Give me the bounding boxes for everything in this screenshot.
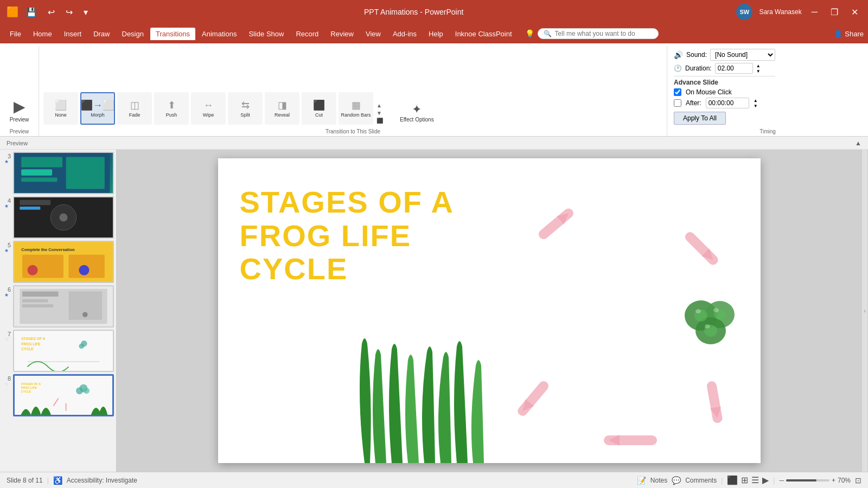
- slide-preview-3: [14, 153, 113, 193]
- slide-thumb-6[interactable]: [13, 285, 114, 328]
- view-reading-icon[interactable]: ☰: [751, 475, 759, 485]
- transition-morph[interactable]: ⬛→⬜ Morph: [80, 92, 115, 125]
- slide-item-6[interactable]: 6 ★: [2, 285, 114, 328]
- slide-star-4: ★: [4, 204, 9, 209]
- window-title-text: PPT Animations - PowerPoint: [364, 8, 463, 16]
- transition-fade[interactable]: ◫ Fade: [117, 92, 152, 125]
- notes-label[interactable]: Notes: [650, 477, 667, 484]
- slide-item-3[interactable]: 3 ★: [2, 152, 114, 194]
- after-up[interactable]: ▲: [754, 98, 758, 103]
- transition-randombars[interactable]: ▦ Random Bars: [339, 92, 373, 125]
- zoom-level: 70%: [838, 477, 851, 484]
- duration-input[interactable]: [715, 63, 753, 74]
- menu-item-file[interactable]: File: [4, 28, 27, 40]
- slide-thumb-5[interactable]: Complete the Conversation: [13, 241, 114, 283]
- restore-btn[interactable]: ❐: [827, 6, 841, 18]
- accessibility-icon: ♿: [53, 476, 62, 485]
- svg-text:STAGES OF A: STAGES OF A: [21, 337, 45, 341]
- menu-item-review[interactable]: Review: [325, 28, 359, 40]
- zoom-out-icon[interactable]: ─: [779, 477, 784, 484]
- transition-wipe[interactable]: ↔ Wipe: [191, 92, 226, 125]
- close-btn[interactable]: ✕: [848, 6, 861, 18]
- menu-item-help[interactable]: Help: [423, 28, 449, 40]
- sound-select[interactable]: [No Sound] Applause Chime: [710, 49, 775, 61]
- menu-item-animations[interactable]: Animations: [196, 28, 242, 40]
- slide-thumb-8[interactable]: STAGES OF A FROG LIFE CYCLE: [13, 374, 114, 416]
- transition-split[interactable]: ⇆ Split: [228, 92, 263, 125]
- scroll-up[interactable]: ▲: [376, 102, 383, 110]
- status-bar: Slide 8 of 11 | ♿ Accessibility: Investi…: [0, 472, 868, 488]
- slide-item-8[interactable]: 8 ☆ STAGES OF A FROG LIFE CYCLE: [2, 374, 114, 416]
- canvas-area: STAGES OF AFROG LIFECYCLE: [117, 150, 861, 472]
- svg-point-35: [76, 387, 83, 394]
- menu-item-insert[interactable]: Insert: [59, 28, 87, 40]
- svg-point-14: [28, 265, 38, 275]
- menu-item-home[interactable]: Home: [28, 28, 58, 40]
- slide-number-4: 4: [2, 196, 11, 204]
- menu-item-view[interactable]: View: [360, 28, 386, 40]
- customize-btn[interactable]: ▾: [80, 6, 91, 18]
- zoom-slider[interactable]: [786, 479, 829, 481]
- fit-icon[interactable]: ⊡: [855, 476, 861, 485]
- zoom-in-icon[interactable]: +: [832, 477, 835, 484]
- share-button[interactable]: 👤 Share: [834, 30, 864, 38]
- slide-preview-4: [14, 197, 113, 237]
- right-panel-handle[interactable]: ›: [861, 150, 868, 472]
- advance-slide-section: Advance Slide On Mouse Click After: ▲ ▼: [674, 76, 775, 108]
- clock-icon: 🕐: [674, 65, 682, 72]
- scroll-expand[interactable]: ⬛: [376, 117, 383, 125]
- menu-bar: File Home Insert Draw Design Transitions…: [0, 24, 868, 43]
- minimize-btn[interactable]: ─: [808, 6, 821, 18]
- transition-cut[interactable]: ⬛ Cut: [302, 92, 336, 125]
- duration-down[interactable]: ▼: [756, 69, 761, 74]
- on-mouse-click-label: On Mouse Click: [686, 88, 732, 96]
- effect-options-icon: ✦: [412, 102, 422, 117]
- slide-item-7[interactable]: 7 ☆ STAGES OF A FROG LIFE CYCLE: [2, 330, 114, 372]
- svg-point-49: [713, 308, 719, 312]
- user-avatar: SW: [736, 4, 752, 20]
- menu-item-addins[interactable]: Add-ins: [387, 28, 422, 40]
- menu-item-slideshow[interactable]: Slide Show: [243, 28, 289, 40]
- view-slide-sorter-icon[interactable]: ⊞: [741, 475, 748, 485]
- on-mouse-click-checkbox[interactable]: [674, 88, 681, 96]
- svg-rect-4: [66, 157, 105, 189]
- search-box[interactable]: 🔍: [538, 28, 659, 39]
- sound-label: Sound:: [686, 51, 707, 59]
- view-normal-icon[interactable]: ⬛: [727, 475, 738, 485]
- save-btn[interactable]: 💾: [23, 6, 40, 18]
- menu-item-inknoe[interactable]: Inknoe ClassPoint: [450, 28, 518, 40]
- search-input[interactable]: [555, 30, 653, 37]
- slide-preview-8: STAGES OF A FROG LIFE CYCLE: [15, 376, 112, 415]
- effect-options-button[interactable]: ✦ Effect Options: [395, 100, 438, 125]
- powerpoint-logo: 🟧: [7, 6, 18, 18]
- after-down[interactable]: ▼: [754, 104, 758, 108]
- slide-item-5[interactable]: 5 ★ Complete the Conversation: [2, 241, 114, 283]
- menu-item-design[interactable]: Design: [117, 28, 149, 40]
- svg-text:Complete the Conversation: Complete the Conversation: [21, 247, 75, 252]
- redo-btn[interactable]: ↪: [62, 6, 76, 18]
- duration-up[interactable]: ▲: [756, 63, 761, 68]
- menu-item-draw[interactable]: Draw: [88, 28, 115, 40]
- scroll-down[interactable]: ▼: [376, 110, 383, 117]
- collapse-icon[interactable]: ▲: [855, 139, 861, 147]
- comments-label[interactable]: Comments: [685, 477, 717, 484]
- zoom-fill: [786, 479, 816, 481]
- share-label: Share: [845, 30, 864, 38]
- after-input[interactable]: [706, 98, 749, 108]
- menu-item-transitions[interactable]: Transitions: [150, 28, 195, 40]
- transition-none[interactable]: ⬜ None: [43, 92, 78, 125]
- apply-to-all-button[interactable]: Apply To All: [674, 112, 726, 125]
- preview-button[interactable]: ▶ Preview: [4, 95, 34, 125]
- slide-item-4[interactable]: 4 ★: [2, 196, 114, 239]
- transition-push[interactable]: ⬆ Push: [154, 92, 189, 125]
- slide-thumb-7[interactable]: STAGES OF A FROG LIFE CYCLE: [13, 330, 114, 372]
- transition-reveal[interactable]: ◨ Reveal: [265, 92, 299, 125]
- after-checkbox[interactable]: [674, 99, 681, 107]
- slide-thumb-4[interactable]: [13, 196, 114, 239]
- view-presentation-icon[interactable]: ▶: [762, 475, 769, 485]
- transition-list: ⬜ None ⬛→⬜ Morph ◫ Fade ⬆ Push ↔ Wipe ⇆ …: [43, 46, 438, 127]
- menu-item-record[interactable]: Record: [290, 28, 324, 40]
- undo-btn[interactable]: ↩: [44, 6, 58, 18]
- slide-num-col-5: 5 ★: [2, 241, 11, 253]
- slide-thumb-3[interactable]: [13, 152, 114, 194]
